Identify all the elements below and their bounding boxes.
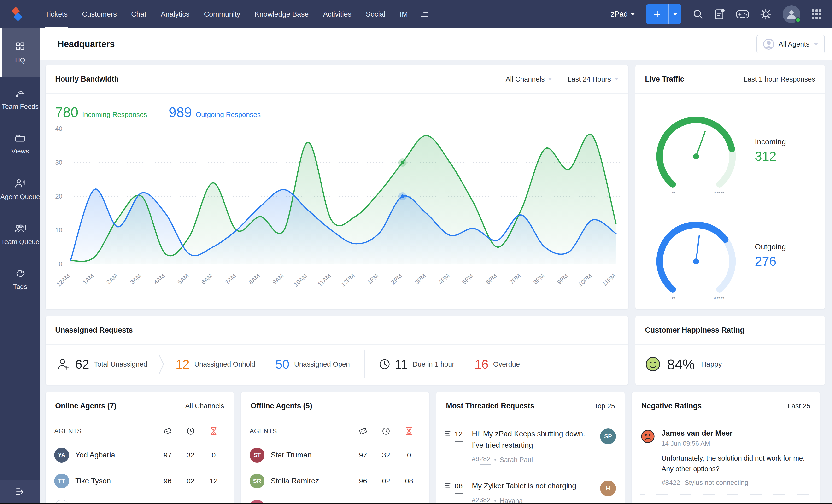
sidebar-item-agent-queue[interactable]: Agent Queue	[0, 167, 40, 212]
thread-count-icon	[445, 482, 452, 489]
thread-count-icon	[445, 430, 452, 437]
plus-icon[interactable]: +	[646, 4, 669, 24]
channels-dropdown-label: All Channels	[506, 75, 545, 83]
overdue-column-icon[interactable]	[397, 427, 420, 435]
nav-item-knowledge-base[interactable]: Knowledge Base	[255, 0, 309, 28]
search-icon[interactable]	[693, 9, 703, 20]
ticket-number[interactable]: #8422	[661, 479, 680, 486]
dot-separator	[494, 500, 496, 502]
agent-row[interactable]: TTTike Tyson 96 02 12	[54, 468, 225, 494]
total-unassigned-stat[interactable]: 62 Total Unassigned	[57, 357, 147, 371]
online-status-dot	[795, 17, 801, 23]
gamescope-icon[interactable]	[736, 9, 749, 19]
app-logo[interactable]	[0, 6, 33, 22]
card-title: Customer Happiness Rating	[645, 326, 745, 335]
nav-item-customers[interactable]: Customers	[82, 0, 117, 28]
ticket-subject: Stylus not connecting	[684, 479, 748, 486]
product-label: zPad	[611, 10, 628, 19]
unassigned-requests-card: Unassigned Requests 62 Total Unassigned …	[46, 316, 628, 385]
settings-gear-icon[interactable]	[760, 8, 772, 20]
tickets-column-icon[interactable]	[156, 427, 179, 435]
sidebar-item-team-queue[interactable]: Team Queue	[0, 212, 40, 257]
sidebar-expand-button[interactable]	[0, 480, 40, 504]
sidebar-item-label: HQ	[15, 56, 25, 64]
overdue-value: 16	[474, 357, 488, 371]
svg-text:30: 30	[55, 159, 62, 166]
sidebar-item-hq[interactable]: HQ	[0, 28, 40, 77]
open-value: 50	[276, 357, 289, 371]
time-column-icon[interactable]	[374, 427, 397, 435]
agent-row[interactable]: SRStella Ramirez 96 02 08	[250, 468, 420, 494]
customer-name: James van der Meer	[661, 429, 811, 437]
page-header: Headquarters All Agents	[40, 28, 832, 60]
all-agents-dropdown[interactable]: All Agents	[756, 35, 825, 53]
more-menus-icon[interactable]	[421, 12, 428, 17]
add-dropdown-toggle[interactable]	[669, 4, 681, 24]
unassigned-open-stat[interactable]: 50 Unassigned Open	[276, 357, 350, 371]
request-subject: Hi! My zPad Keeps shutting down. I’ve tr…	[472, 428, 595, 451]
add-ticket-split-button[interactable]: +	[646, 4, 681, 24]
svg-text:8AM: 8AM	[248, 272, 261, 286]
threaded-request-item[interactable]: 08 My Zylker Tablet is not charging #238…	[445, 472, 616, 504]
svg-text:5AM: 5AM	[176, 272, 190, 286]
sidebar-item-tags[interactable]: Tags	[0, 257, 40, 302]
overdue-column-icon[interactable]	[202, 427, 225, 435]
nav-item-im[interactable]: IM	[400, 0, 408, 28]
overdue-stat[interactable]: 16 Overdue	[474, 357, 520, 371]
product-switcher[interactable]: zPad	[611, 10, 635, 19]
dot-separator	[494, 459, 496, 460]
incoming-total-label: Incoming Responses	[82, 111, 147, 119]
agents-table-header: AGENTS	[250, 420, 420, 442]
negative-rating-item[interactable]: James van der Meer 14 Jun 09:56 AM Unfor…	[641, 420, 811, 495]
time-range-dropdown[interactable]: Last 24 Hours	[568, 75, 619, 83]
svg-text:400: 400	[712, 190, 725, 193]
screen-bottom-edge	[0, 503, 832, 504]
happiness-card: Customer Happiness Rating 84% Happy	[635, 316, 825, 385]
nav-item-tickets[interactable]: Tickets	[45, 0, 68, 28]
nav-item-community[interactable]: Community	[204, 0, 240, 28]
nav-item-chat[interactable]: Chat	[131, 0, 146, 28]
top-navbar: Tickets Customers Chat Analytics Communi…	[0, 0, 832, 28]
main-page: Headquarters All Agents Hourly Bandwidth…	[40, 28, 832, 504]
sidebar-item-label: Agent Queue	[0, 192, 40, 201]
user-avatar[interactable]	[783, 5, 800, 23]
svg-text:4AM: 4AM	[153, 272, 166, 286]
gauge-value: 276	[755, 254, 786, 269]
hourly-bandwidth-card: Hourly Bandwidth All Channels Last 24 Ho…	[46, 65, 628, 309]
nav-item-activities[interactable]: Activities	[323, 0, 351, 28]
agent-tickets: 97	[352, 451, 374, 459]
svg-text:400: 400	[712, 295, 725, 298]
time-range-label: Last 24 Hours	[568, 75, 611, 83]
due-in-hour-stat[interactable]: 11 Due in 1 hour	[379, 357, 454, 371]
svg-text:9AM: 9AM	[271, 272, 285, 286]
agent-row[interactable]: YAYod Agbaria 97 32 0	[54, 442, 225, 468]
agent-row[interactable]: JYJo Yung 72 91 06	[54, 494, 225, 504]
time-column-icon[interactable]	[179, 427, 202, 435]
nav-item-social[interactable]: Social	[366, 0, 386, 28]
outgoing-total: 989	[169, 104, 192, 120]
agent-row[interactable]: STStar Truman 97 32 0	[250, 442, 420, 468]
sidebar-item-views[interactable]: Views	[0, 122, 40, 167]
app-grid-icon[interactable]	[811, 9, 822, 20]
bandwidth-area-chart[interactable]: 01020304012AM1AM2AM3AM4AM5AM6AM7AM8AM9AM…	[46, 120, 628, 300]
feeds-announcement-icon[interactable]	[714, 8, 725, 20]
agent-overdue: 0	[397, 451, 420, 459]
agent-name: Stella Ramirez	[271, 477, 319, 485]
agent-row[interactable]: MWMayra Walker 72 91 03	[250, 494, 420, 504]
nav-item-analytics[interactable]: Analytics	[161, 0, 189, 28]
outgoing-gauge-row: 0400 Outgoing 276	[635, 198, 825, 303]
agent-overdue: 08	[397, 477, 420, 485]
tickets-column-icon[interactable]	[352, 427, 374, 435]
rating-comment: Unfortunately, the solution did not work…	[661, 453, 811, 474]
svg-text:5PM: 5PM	[461, 272, 474, 286]
svg-text:6AM: 6AM	[200, 272, 214, 286]
channels-dropdown[interactable]: All Channels	[506, 75, 552, 83]
sidebar-item-team-feeds[interactable]: Team Feeds	[0, 77, 40, 122]
unassigned-onhold-stat[interactable]: 12 Unassigned Onhold	[176, 357, 255, 371]
total-unassigned-label: Total Unassigned	[94, 361, 147, 368]
ticket-number[interactable]: #9282	[472, 455, 491, 465]
svg-text:4PM: 4PM	[437, 272, 451, 286]
svg-text:0: 0	[672, 190, 676, 193]
threaded-request-item[interactable]: 12 Hi! My zPad Keeps shutting down. I’ve…	[445, 420, 616, 472]
threaded-filter: Top 25	[594, 402, 615, 410]
